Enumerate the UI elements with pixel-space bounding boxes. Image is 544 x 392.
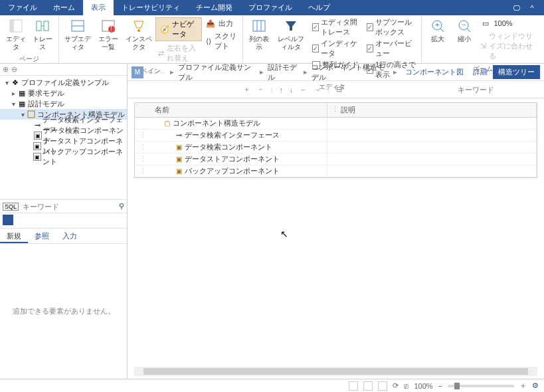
trace-button[interactable]: トレース	[29, 17, 56, 52]
zoom-slider[interactable]	[448, 385, 514, 387]
move-up-icon[interactable]: ↑	[280, 86, 284, 94]
fit-window-button[interactable]: ⇲ウィンドウサイズに合わせる	[478, 30, 541, 62]
fit-icon: ⇲	[480, 41, 486, 52]
column-show-button[interactable]: 列の表示	[246, 17, 272, 52]
collapse-icon[interactable]: ⊖	[11, 65, 17, 74]
svg-rect-20	[28, 111, 35, 118]
layout1-icon[interactable]	[349, 381, 358, 391]
page-icon: ▭	[480, 18, 491, 29]
chk-subtoolbox[interactable]: ✓サブツールボックス	[364, 17, 418, 38]
col-header-desc[interactable]: 説明	[327, 103, 537, 117]
tab-team[interactable]: チーム開発	[188, 0, 240, 15]
sql-icon[interactable]: SQL	[3, 203, 19, 211]
tab-home[interactable]: ホーム	[45, 0, 83, 15]
sub-editor-button[interactable]: サブエディタ	[62, 17, 94, 52]
settings-icon[interactable]: ⚙	[532, 381, 539, 390]
drag-handle-icon[interactable]: ⋮	[137, 131, 148, 140]
menu-bar: ファイル ホーム 表示 トレーサビリティ チーム開発 プロファイル ヘルプ 🖵 …	[0, 0, 544, 15]
horizontal-scrollbar[interactable]	[134, 367, 537, 376]
output-button[interactable]: 📤 出力	[203, 17, 240, 30]
trace-icon	[35, 18, 50, 34]
inspector-button[interactable]: インスペクタ	[122, 17, 155, 52]
chk-editor-trace[interactable]: ✓エディタ間トレース	[310, 17, 364, 38]
table-row[interactable]: ⋮▣データストアコンポーネント	[135, 153, 537, 165]
bp-tab-input[interactable]: 入力	[56, 229, 84, 243]
table-keyword-input[interactable]	[458, 86, 537, 94]
tree-node[interactable]: ▾▦設計モデル	[0, 98, 127, 109]
remove-icon[interactable]: －	[257, 84, 264, 94]
bp-tab-ref[interactable]: 参照	[28, 229, 56, 243]
drag-handle-icon[interactable]: ⋮	[137, 167, 148, 175]
row-label: コンポーネント構造モデル	[173, 119, 260, 127]
component-icon: ▣	[33, 142, 41, 151]
error-list-button[interactable]: ! エラー一覧	[94, 17, 122, 52]
nav-fwd-icon[interactable]: →	[159, 68, 166, 76]
svg-rect-3	[44, 21, 48, 31]
drag-handle-icon[interactable]: ⋮	[137, 143, 148, 151]
tab-file[interactable]: ファイル	[0, 0, 45, 15]
swap-button[interactable]: ⇄ 左右を入れ替え	[155, 42, 203, 64]
move-left-icon[interactable]: ←	[300, 86, 308, 94]
link-detail[interactable]: 詳細	[469, 66, 492, 78]
zoom-out-button[interactable]: − 縮小	[451, 17, 478, 45]
tab-view[interactable]: 表示	[83, 0, 114, 15]
table-row[interactable]: ⋮▣データ検索コンポーネント	[135, 142, 537, 153]
collapse-ribbon-icon[interactable]: ^	[527, 3, 537, 13]
svg-text:−: −	[462, 21, 466, 29]
bp-tab-new[interactable]: 新規	[0, 229, 28, 243]
move-down-icon[interactable]: ↓	[290, 86, 294, 94]
zoom-in-icon: +	[430, 18, 446, 34]
keyword-input[interactable]	[23, 203, 115, 211]
tree-node[interactable]: ▣バックアップコンポーネント	[0, 151, 127, 162]
tree-node[interactable]: ▸▦要求モデル	[0, 88, 127, 98]
zoom-in-button[interactable]: + 拡大	[424, 17, 451, 45]
tree-root[interactable]: ▾❖プロファイル定義サンプル	[0, 77, 127, 88]
ribbon: エディタ トレース ページ サブエディタ ! エラー一覧 インスペクタ	[0, 15, 544, 64]
table-row[interactable]: ⋮⊸データ検索インターフェース	[135, 130, 537, 142]
columns-icon	[251, 18, 267, 34]
tab-profile[interactable]: プロファイル	[240, 0, 300, 15]
tab-help[interactable]: ヘルプ	[300, 0, 338, 15]
chk-overview[interactable]: ✓オーバービュー	[364, 38, 418, 59]
svg-text:!: !	[110, 25, 112, 33]
filter-icon[interactable]: ⚲	[119, 202, 124, 211]
comp-icon: ▣	[176, 167, 182, 175]
level-filter-button[interactable]: レベルフィルタ	[272, 17, 309, 52]
table-row[interactable]: ⋮▣バックアップコンポーネント	[135, 165, 537, 177]
tree-collapse-icon[interactable]: ⊟	[336, 85, 342, 94]
navigator-button[interactable]: 🧭 ナビゲータ	[155, 17, 202, 41]
monitor-icon[interactable]: 🖵	[511, 3, 521, 13]
layout2-icon[interactable]	[363, 381, 373, 391]
zoom-minus-icon[interactable]: −	[438, 382, 442, 390]
zoom-plus-icon[interactable]: ＋	[519, 381, 527, 391]
link-component-diagram[interactable]: コンポーネント図	[401, 66, 468, 78]
svg-line-18	[467, 29, 470, 32]
nav-back-icon[interactable]: ←	[147, 68, 155, 76]
script-button[interactable]: ⟨⟩ スクリプト	[203, 30, 240, 52]
tab-traceability[interactable]: トレーサビリティ	[114, 0, 188, 15]
table-row[interactable]: ▢コンポーネント構造モデル	[135, 118, 537, 130]
move-right-icon[interactable]: →	[314, 86, 321, 94]
zoom-pct[interactable]: ▭100%	[478, 17, 541, 30]
component-model-icon	[27, 110, 36, 119]
row-label: データストアコンポーネント	[185, 155, 280, 163]
project-tree[interactable]: ▾❖プロファイル定義サンプル ▸▦要求モデル ▾▦設計モデル ▾コンポーネント構…	[0, 76, 127, 199]
expand-icon[interactable]: ⊕	[3, 65, 9, 74]
row-label: データ検索インターフェース	[185, 131, 280, 139]
model-icon: ▦	[17, 88, 27, 98]
layout3-icon[interactable]	[378, 381, 387, 391]
breadcrumb[interactable]: ▸プロファイル定義サンプル ▸設計モデル ▸コンポーネント構造モデル ▸	[170, 62, 397, 82]
component-icon: ▣	[33, 152, 41, 161]
window-icon	[70, 18, 86, 34]
add-icon[interactable]: ＋	[243, 84, 250, 94]
status-bar: ⟳ ⎚ 100% − ＋ ⚙	[0, 379, 544, 392]
drag-handle-icon[interactable]: ⋮	[137, 155, 148, 163]
col-header-name[interactable]: 名前	[135, 103, 327, 117]
editor-button[interactable]: エディタ	[3, 17, 29, 52]
camera-icon[interactable]: ⎚	[404, 382, 408, 390]
comp-icon: ▣	[176, 144, 182, 151]
btn-structure-tree[interactable]: 構造ツリー	[493, 65, 540, 79]
chk-indicator[interactable]: ✓インディケータ	[310, 38, 364, 59]
refresh-icon[interactable]: ⟳	[393, 381, 399, 390]
view-icon[interactable]	[3, 215, 13, 225]
